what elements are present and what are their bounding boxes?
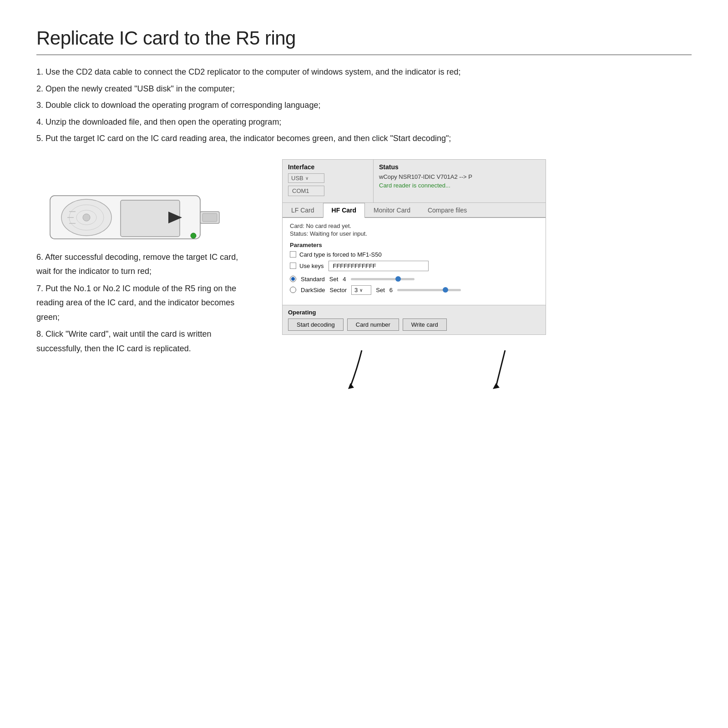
standard-row: Standard Set 4 (290, 276, 538, 283)
standard-label: Standard (301, 276, 325, 283)
connected-text: Card reader is connected... (379, 182, 540, 189)
set-label-1: Set (329, 276, 339, 283)
checkbox-mf1-label: Card type is forced to MF1-S50 (299, 251, 382, 258)
checkbox-keys[interactable] (290, 263, 296, 269)
card-number-button[interactable]: Card number (347, 318, 399, 331)
step3-text: 3. Double click to download the operatin… (36, 98, 673, 112)
step8-text: 8. Click "Write card", wait until the ca… (36, 327, 255, 356)
svg-point-4 (83, 214, 90, 221)
svg-rect-8 (202, 213, 217, 222)
interface-label: Interface (288, 163, 368, 171)
sector-chevron-icon: ∨ (359, 288, 363, 293)
status-waiting-line: Status: Waiting for user input. (290, 230, 538, 237)
step5-text: 5. Put the target IC card on the IC card… (36, 131, 673, 146)
sector-select[interactable]: 3 ∨ (351, 285, 371, 295)
usb-select[interactable]: USB ∨ (288, 173, 324, 183)
standard-slider[interactable] (351, 278, 415, 280)
step4-text: 4. Unzip the downloaded file, and then o… (36, 115, 673, 129)
radio-standard[interactable] (290, 276, 296, 282)
tab-compare-files[interactable]: Compare files (419, 203, 475, 217)
tab-hf-card[interactable]: HF Card (323, 203, 365, 218)
set-label-2: Set (376, 287, 385, 293)
checkbox-keys-row[interactable]: Use keys (290, 261, 538, 271)
usb-chevron-icon: ∨ (305, 176, 308, 181)
tab-lf-card[interactable]: LF Card (283, 203, 323, 217)
sector-label: Sector (329, 287, 347, 293)
software-panel: Interface USB ∨ COM1 Status (282, 159, 546, 335)
keys-input[interactable] (329, 261, 429, 271)
buttons-row: Start decoding Card number Write card (288, 318, 540, 331)
standard-slider-thumb[interactable] (395, 276, 401, 282)
darkside-label: DarkSide (301, 287, 325, 293)
checkbox-mf1[interactable] (290, 251, 296, 258)
darkside-slider-thumb[interactable] (443, 287, 448, 293)
status-label: Status (379, 163, 540, 171)
parameters-label: Parameters (290, 242, 538, 248)
tabs-row: LF Card HF Card Monitor Card Compare fil… (283, 203, 546, 218)
sector-value: 3 (354, 287, 358, 293)
svg-marker-14 (493, 383, 500, 389)
operating-label: Operating (288, 309, 540, 316)
tab-monitor-card[interactable]: Monitor Card (365, 203, 419, 217)
start-decoding-button[interactable]: Start decoding (288, 318, 344, 331)
step1-text: 1. Use the CD2 data cable to connect the… (36, 65, 673, 79)
svg-marker-13 (348, 383, 354, 389)
darkside-row: DarkSide Sector 3 ∨ Set 6 (290, 285, 538, 295)
darkside-slider[interactable] (397, 289, 461, 291)
set-value-1: 4 (343, 276, 346, 283)
checkbox-mf1-row[interactable]: Card type is forced to MF1-S50 (290, 251, 538, 258)
com-value: COM1 (288, 186, 324, 196)
step7-text: 7. Put the No.1 or No.2 IC module of the… (36, 282, 255, 325)
radio-darkside[interactable] (290, 287, 296, 293)
write-card-button[interactable]: Write card (403, 318, 447, 331)
step6-text: 6. After successful decoding, remove the… (36, 250, 255, 279)
operating-section: Operating Start decoding Card number Wri… (283, 305, 546, 334)
use-keys-label: Use keys (299, 263, 324, 269)
status-version-text: wCopy NSR107-IDIC V701A2 --> P (379, 173, 540, 180)
svg-point-9 (191, 233, 196, 238)
step2-text: 2. Open the newly created "USB disk" in … (36, 82, 673, 96)
page-title: Replicate IC card to the R5 ring (36, 27, 692, 49)
usb-value: USB (291, 175, 303, 182)
card-line: Card: No card read yet. (290, 222, 538, 229)
set-value-2: 6 (389, 287, 393, 293)
device-illustration (36, 159, 228, 250)
